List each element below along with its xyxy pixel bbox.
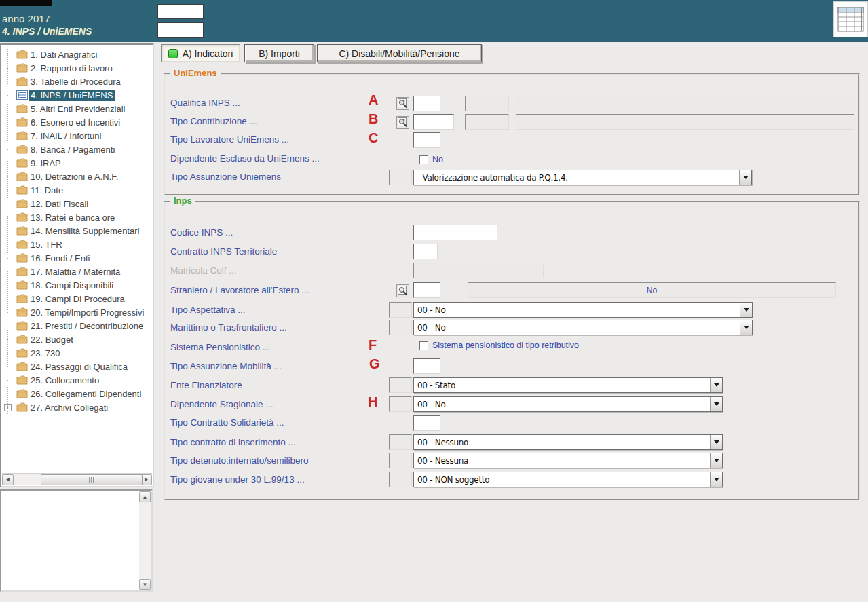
- tree-item[interactable]: + 9. IRAP: [1, 156, 153, 170]
- scroll-up-button[interactable]: ▲: [139, 491, 151, 502]
- contribuzione-lookup-button[interactable]: [396, 116, 409, 129]
- tree-horizontal-scrollbar[interactable]: ◄ ►: [2, 473, 152, 485]
- tree-item-label: 16. Fondi / Enti: [29, 252, 92, 264]
- tree-item[interactable]: + 25. Colloca: [1, 373, 153, 387]
- scrollbar-thumb[interactable]: [41, 474, 143, 485]
- folder-icon: [16, 348, 29, 358]
- tree-item[interactable]: + 16. Fondi /: [1, 251, 153, 265]
- tree-item[interactable]: + 23. 730: [1, 346, 153, 360]
- tree-item[interactable]: + 26. Collega: [1, 387, 153, 400]
- tree-item[interactable]: + 3. Tabelle: [1, 75, 153, 88]
- dropdown-button[interactable]: [710, 453, 722, 468]
- tab-importi[interactable]: B) Importi: [244, 44, 314, 62]
- inserimento-selected-value: 00 - Nessuno: [414, 438, 710, 447]
- header-field-1[interactable]: [157, 4, 204, 19]
- tree-item[interactable]: + 22. Budget: [1, 333, 153, 346]
- tab-indicatori[interactable]: A) Indicatori: [161, 44, 240, 62]
- contratto-territoriale-input[interactable]: [413, 244, 438, 259]
- inps-group-title: Inps: [170, 195, 195, 206]
- expand-icon[interactable]: +: [4, 404, 12, 411]
- scroll-down-button[interactable]: ▼: [139, 579, 151, 590]
- tree-item[interactable]: + 11. Date: [1, 183, 153, 197]
- notes-listbox[interactable]: ▲ ▼: [0, 489, 153, 592]
- tree-item[interactable]: + 2. Rapporto: [1, 61, 153, 75]
- tree-item[interactable]: + 6. Esonero: [1, 115, 153, 129]
- tree-item-label: 17. Malattia / Maternità: [29, 266, 122, 278]
- letter-a: A: [369, 92, 378, 108]
- chevron-down-icon: [714, 440, 719, 447]
- listbox-vertical-scrollbar[interactable]: ▲ ▼: [139, 491, 151, 590]
- lavoratore-code-input[interactable]: [413, 132, 440, 148]
- dropdown-button[interactable]: [710, 378, 722, 392]
- qualifica-inps-label: Qualifica INPS ...: [170, 98, 240, 108]
- folder-icon: [16, 402, 29, 412]
- ente-selected-value: 00 - Stato: [414, 381, 710, 390]
- solidarieta-input[interactable]: [413, 415, 440, 431]
- tree-item-label: 10. Detrazioni e A.N.F.: [29, 171, 120, 183]
- folder-icon: [16, 362, 29, 371]
- tree-item[interactable]: + 7. INAIL /: [1, 129, 153, 143]
- marittimo-code-field: [389, 320, 412, 335]
- dropdown-button[interactable]: [739, 170, 751, 185]
- folder-icon: [16, 104, 29, 113]
- stagionale-select[interactable]: 00 - No: [413, 396, 723, 412]
- dropdown-button[interactable]: [740, 320, 752, 335]
- qualifica-aux-field: [465, 96, 509, 111]
- tree-item[interactable]: + 18. Campi D: [1, 278, 153, 292]
- tree-item[interactable]: + 8. Banca /: [1, 143, 153, 156]
- sistema-pensionistico-checkbox[interactable]: [419, 341, 428, 350]
- letter-b: B: [369, 111, 378, 127]
- tipo-contratto-solidarieta-label: Tipo Contratto Solidarietà ...: [170, 417, 284, 428]
- aspettativa-select[interactable]: 00 - No: [413, 302, 753, 318]
- tree-item[interactable]: + 21. Prestit: [1, 319, 153, 333]
- tree-item[interactable]: + 19. Campi D: [1, 292, 153, 305]
- contribuzione-code-input[interactable]: [413, 114, 454, 130]
- dropdown-button[interactable]: [710, 435, 722, 449]
- chevron-down-icon: [744, 326, 749, 332]
- matricola-colf-label: Matricola Colf ...: [170, 265, 237, 276]
- tree-item[interactable]: + 12. Dati Fi: [1, 197, 153, 210]
- tree-item-label: 26. Collegamenti Dipendenti: [29, 388, 143, 400]
- dropdown-button[interactable]: [710, 397, 722, 411]
- tab-disabili-mobilita-pensione[interactable]: C) Disabili/Mobilità/Pensione: [317, 44, 482, 62]
- dropdown-button[interactable]: [740, 303, 752, 317]
- tree-item[interactable]: + 4. INPS / U: [1, 88, 153, 102]
- header-year: anno 2017: [2, 13, 50, 24]
- ente-finanziatore-select[interactable]: 00 - Stato: [413, 377, 723, 393]
- dropdown-button[interactable]: [710, 472, 722, 487]
- mobilita-input[interactable]: [413, 358, 440, 374]
- letter-f: F: [369, 337, 377, 353]
- tree-item[interactable]: + 5. Altri En: [1, 102, 153, 115]
- scroll-left-button[interactable]: ◄: [2, 474, 14, 485]
- dipendente-stagionale-label: Dipendente Stagionale ...: [170, 399, 273, 409]
- tree-item[interactable]: + 20. Tempi/I: [1, 305, 153, 319]
- tree-item-label: 7. INAIL / Infortuni: [29, 130, 103, 142]
- header-bar: anno 2017 4. INPS / UniEMENS: [0, 0, 868, 42]
- tree-item[interactable]: + 17. Malatti: [1, 265, 153, 278]
- codice-inps-input[interactable]: [413, 225, 497, 240]
- folder-icon: [16, 90, 29, 100]
- tree-item-label: 4. INPS / UniEMENS: [29, 90, 115, 101]
- escluso-checkbox[interactable]: [419, 155, 428, 164]
- inserimento-select[interactable]: 00 - Nessuno: [413, 434, 723, 450]
- grid-view-button[interactable]: [833, 1, 868, 37]
- tree-item[interactable]: + 27. Archivi: [1, 400, 153, 414]
- qualifica-lookup-button[interactable]: [396, 97, 409, 110]
- tree-item[interactable]: + 14. Mensili: [1, 224, 153, 238]
- folder-icon: [16, 131, 29, 140]
- tree-item[interactable]: + 1. Dati Ana: [1, 48, 153, 61]
- straniero-lookup-button[interactable]: [396, 284, 409, 297]
- header-field-2[interactable]: [157, 22, 204, 38]
- marittimo-select[interactable]: 00 - No: [413, 320, 753, 335]
- tree-item[interactable]: + 24. Passagg: [1, 360, 153, 373]
- tree-item[interactable]: + 13. Ratei e: [1, 210, 153, 224]
- tree-item[interactable]: + 15. TFR: [1, 238, 153, 251]
- qualifica-code-input[interactable]: [413, 96, 440, 111]
- assunzione-uniemens-select[interactable]: - Valorizzazione automatica da P.Q.1.4.: [413, 170, 752, 185]
- giovane-select[interactable]: 00 - NON soggetto: [413, 472, 723, 487]
- scrollbar-track[interactable]: [14, 474, 140, 485]
- detenuto-select[interactable]: 00 - Nessuna: [413, 453, 723, 468]
- chevron-down-icon: [714, 402, 719, 409]
- tree-item[interactable]: + 10. Detrazi: [1, 170, 153, 183]
- straniero-code-input[interactable]: [413, 282, 440, 298]
